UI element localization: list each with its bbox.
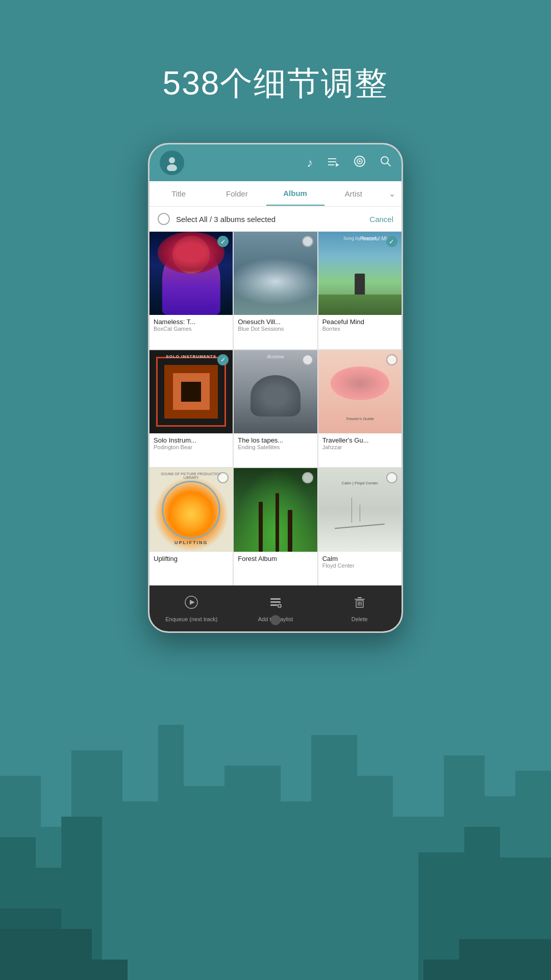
album-info-9: Calm Floyd Center (318, 552, 402, 573)
svg-point-33 (359, 160, 361, 162)
album-info-8: Forest Album (234, 552, 317, 567)
svg-rect-40 (270, 604, 278, 606)
album-check-6[interactable] (386, 354, 397, 365)
nav-icons: ♪ (307, 155, 391, 170)
album-item[interactable]: Illustrine The los tapes... Ending Satel… (234, 350, 317, 468)
svg-rect-22 (0, 960, 128, 980)
svg-marker-30 (336, 163, 339, 167)
album-artist-5: Ending Satellites (238, 444, 313, 450)
svg-point-26 (167, 164, 177, 171)
phone-device: ♪ (148, 143, 403, 633)
album-check-5[interactable] (302, 354, 313, 365)
home-button[interactable] (270, 615, 281, 625)
svg-rect-6 (224, 766, 281, 980)
selected-count-text: 3 albums selected (214, 215, 276, 224)
selection-bar: Select All / 3 albums selected Cancel (149, 207, 402, 232)
disc-icon[interactable] (354, 155, 366, 170)
svg-rect-24 (423, 960, 551, 980)
chevron-down-icon[interactable]: ⌄ (383, 189, 402, 199)
album-info-4: Solo Instrum... Podington Bear (149, 433, 233, 454)
album-item[interactable]: Travelo's Guide Traveller's Gu... Jahzza… (318, 350, 402, 468)
album-info-5: The los tapes... Ending Satellites (234, 433, 317, 454)
album-name-8: Forest Album (238, 555, 313, 562)
delete-button[interactable]: Delete (317, 585, 402, 631)
album-info-2: Onesuch Vill... Blue Dot Sessions (234, 315, 317, 336)
album-info-6: Traveller's Gu... Jahzzar (318, 433, 402, 454)
album-item[interactable]: SOUND OF PICTURE PRODUCTION LIBRARY UPLI… (149, 468, 233, 585)
svg-rect-4 (158, 725, 184, 980)
album-item[interactable]: Onesuch Vill... Blue Dot Sessions (234, 232, 317, 349)
music-icon[interactable]: ♪ (307, 156, 313, 170)
phone-screen: ♪ (149, 144, 402, 631)
tab-bar: Title Folder Album Artist ⌄ (149, 181, 402, 207)
album-check-2[interactable] (302, 236, 313, 247)
svg-rect-8 (311, 735, 357, 980)
svg-rect-5 (184, 786, 224, 980)
avatar[interactable] (160, 151, 184, 175)
tab-album[interactable]: Album (266, 182, 324, 206)
album-grid: ✓ Nameless: T... BoxCat Games Onesuch Vi… (149, 232, 402, 585)
album-artist-3: Borrtex (322, 326, 397, 332)
svg-rect-39 (270, 601, 281, 603)
album-item[interactable]: Calm | Floyd Center Calm Floyd Center (318, 468, 402, 585)
album-name-4: Solo Instrum... (154, 436, 229, 444)
album-check-8[interactable] (302, 472, 313, 483)
delete-icon (353, 595, 367, 613)
album-name-1: Nameless: T... (154, 318, 229, 326)
svg-rect-38 (270, 598, 281, 600)
enqueue-icon (184, 595, 198, 613)
queue-icon[interactable] (327, 156, 339, 170)
delete-label: Delete (352, 616, 368, 622)
album-name-6: Traveller's Gu... (322, 436, 397, 444)
enqueue-button[interactable]: Enqueue (next track) (149, 585, 234, 631)
album-name-7: Uplifting (154, 555, 229, 562)
album-artist-9: Floyd Center (322, 562, 397, 569)
svg-rect-7 (281, 801, 311, 980)
tab-artist[interactable]: Artist (324, 182, 383, 205)
svg-rect-3 (122, 801, 158, 980)
album-artist-4: Podington Bear (154, 444, 229, 450)
album-artist-1: BoxCat Games (154, 326, 229, 332)
svg-line-35 (387, 163, 390, 166)
select-all-circle[interactable] (158, 213, 170, 225)
album-artist-6: Jahzzar (322, 444, 397, 450)
nav-bar: ♪ (149, 144, 402, 181)
album-artist-2: Blue Dot Sessions (238, 326, 313, 332)
album-item[interactable]: Forest Album (234, 468, 317, 585)
album-info-1: Nameless: T... BoxCat Games (149, 315, 233, 336)
album-item[interactable]: ✓ Nameless: T... BoxCat Games (149, 232, 233, 349)
selection-text: Select All / 3 albums selected (176, 215, 369, 224)
album-name-2: Onesuch Vill... (238, 318, 313, 326)
album-item[interactable]: Song by Borrtex Peaceful Mind ✓ Peaceful… (318, 232, 402, 349)
playlist-icon (268, 595, 283, 613)
search-icon[interactable] (380, 156, 391, 170)
cancel-button[interactable]: Cancel (369, 215, 393, 224)
enqueue-label: Enqueue (next track) (165, 616, 217, 622)
album-check-4[interactable]: ✓ (217, 354, 229, 365)
tab-folder[interactable]: Folder (208, 182, 266, 205)
selection-separator: / (210, 215, 214, 224)
album-name-9: Calm (322, 555, 397, 562)
album-info-7: Uplifting (149, 552, 233, 567)
page-title: 538个细节调整 (0, 61, 551, 106)
album-item[interactable]: SOLO INSTRUMENTS ✓ Solo Instrum... Podin… (149, 350, 233, 468)
album-check-3[interactable]: ✓ (386, 236, 397, 247)
svg-marker-37 (190, 600, 195, 605)
album-name-5: The los tapes... (238, 436, 313, 444)
album-name-3: Peaceful Mind (322, 318, 397, 326)
svg-rect-9 (357, 776, 393, 980)
select-all-label[interactable]: Select All (176, 215, 208, 224)
tab-title[interactable]: Title (149, 182, 208, 205)
album-info-3: Peaceful Mind Borrtex (318, 315, 402, 336)
svg-point-25 (169, 157, 175, 163)
